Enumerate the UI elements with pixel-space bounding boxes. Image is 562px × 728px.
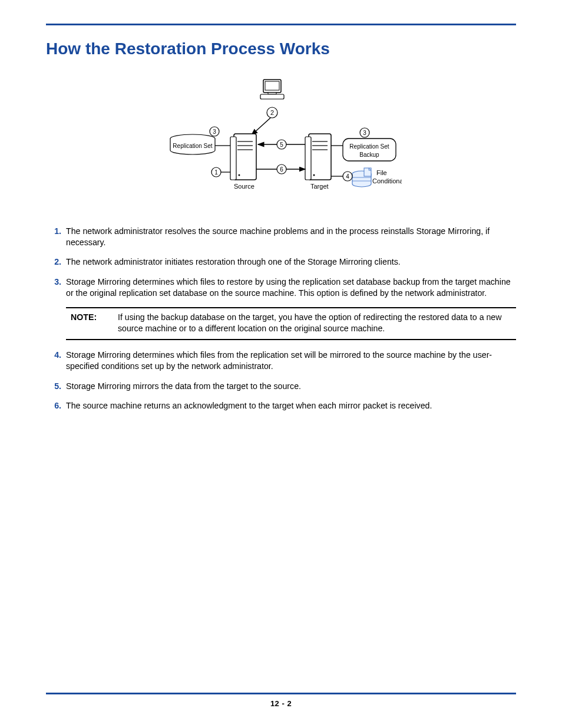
replication-set-label: Replication Set xyxy=(173,143,212,149)
note-label: NOTE: xyxy=(71,312,105,334)
svg-rect-1 xyxy=(265,81,279,90)
badge-6-text: 6 xyxy=(280,166,283,173)
note-box: NOTE: If using the backup database on th… xyxy=(66,307,516,340)
badge-6: 6 xyxy=(277,164,286,174)
badge-3-right-text: 3 xyxy=(363,130,366,136)
list-item: 4. Storage Mirroring determines which fi… xyxy=(46,350,516,372)
replication-backup-icon: Replication Set Backup xyxy=(343,139,396,161)
replication-backup-line1: Replication Set xyxy=(349,143,389,150)
badge-1: 1 xyxy=(211,167,221,177)
item-text: The source machine returns an acknowledg… xyxy=(66,401,432,410)
svg-point-19 xyxy=(313,174,315,176)
list-item: 1. The network administrator resolves th… xyxy=(46,226,516,248)
list-item: 6. The source machine returns an acknowl… xyxy=(46,400,516,411)
item-number: 6. xyxy=(46,400,61,411)
svg-point-10 xyxy=(239,174,240,176)
item-number: 2. xyxy=(46,256,61,268)
restoration-diagram: 2 Source xyxy=(160,75,402,199)
list-item: 3. Storage Mirroring determines which fi… xyxy=(46,276,516,299)
file-label-line1: File xyxy=(376,169,387,176)
target-label: Target xyxy=(310,183,329,190)
target-tower-icon xyxy=(305,134,331,180)
item-text: Storage Mirroring determines which files… xyxy=(66,277,511,298)
item-number: 1. xyxy=(46,226,61,237)
item-number: 5. xyxy=(46,381,61,392)
list-item: 2. The network administrator initiates r… xyxy=(46,256,516,268)
replication-set-icon: Replication Set xyxy=(170,134,215,154)
item-number: 3. xyxy=(46,276,61,288)
footer-rule xyxy=(46,693,516,694)
badge-4: 4 xyxy=(343,172,352,181)
client-computer-icon xyxy=(260,80,284,99)
footer: 12 - 2 xyxy=(46,693,516,708)
badge-5-text: 5 xyxy=(280,141,283,148)
note-text: If using the backup database on the targ… xyxy=(118,312,511,334)
arrow-client-to-source xyxy=(252,118,270,135)
svg-rect-14 xyxy=(309,134,331,180)
badge-4-text: 4 xyxy=(346,173,349,180)
badge-2-text: 2 xyxy=(270,109,274,116)
svg-rect-15 xyxy=(305,137,311,180)
page-number: 12 - 2 xyxy=(46,699,516,708)
item-text: Storage Mirroring mirrors the data from … xyxy=(66,381,301,391)
file-label-line2: Conditionals xyxy=(372,177,402,185)
page-title: How the Restoration Process Works xyxy=(46,39,516,58)
svg-rect-3 xyxy=(260,94,284,99)
badge-3-right: 3 xyxy=(360,128,369,137)
file-conditionals-icon xyxy=(352,168,371,187)
replication-backup-line2: Backup xyxy=(359,151,379,158)
item-number: 4. xyxy=(46,350,61,361)
svg-rect-6 xyxy=(230,137,236,180)
top-rule xyxy=(46,24,516,25)
badge-2: 2 xyxy=(267,107,277,118)
list-item: 5. Storage Mirroring mirrors the data fr… xyxy=(46,381,516,392)
source-label: Source xyxy=(234,183,254,190)
steps-list: 1. The network administrator resolves th… xyxy=(46,226,516,299)
badge-1-text: 1 xyxy=(214,169,218,176)
svg-rect-5 xyxy=(234,134,256,180)
item-text: The network administrator resolves the s… xyxy=(66,226,490,247)
item-text: The network administrator initiates rest… xyxy=(66,257,401,266)
diagram-container: 2 Source xyxy=(46,75,516,199)
source-tower-icon xyxy=(230,134,256,180)
badge-3-left-text: 3 xyxy=(213,129,216,135)
badge-3-left: 3 xyxy=(210,127,219,136)
steps-list-continued: 4. Storage Mirroring determines which fi… xyxy=(46,350,516,411)
item-text: Storage Mirroring determines which files… xyxy=(66,350,492,371)
badge-5: 5 xyxy=(277,140,286,149)
